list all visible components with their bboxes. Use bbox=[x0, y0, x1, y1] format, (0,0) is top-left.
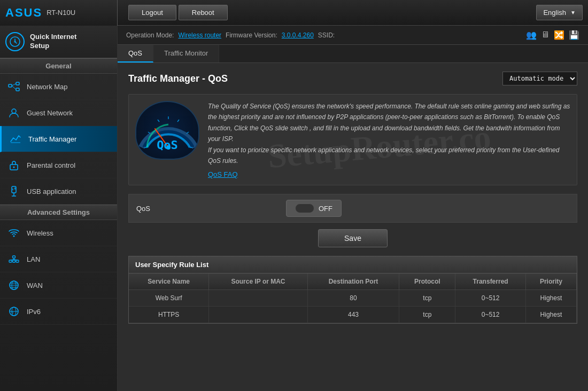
ssid-label: SSID: bbox=[318, 32, 335, 39]
svg-line-5 bbox=[12, 84, 16, 86]
sidebar-item-quick-internet[interactable]: Quick InternetSetup bbox=[0, 26, 117, 58]
svg-point-17 bbox=[13, 236, 15, 237]
sidebar-item-network-map[interactable]: Network Map bbox=[0, 74, 117, 100]
sidebar-label-usb-application: USB application bbox=[27, 187, 76, 196]
sidebar-item-guest-network[interactable]: Guest Network bbox=[0, 100, 117, 126]
table-header-row: Service Name Source IP or MAC Destinatio… bbox=[129, 273, 577, 290]
save-button[interactable]: Save bbox=[318, 229, 388, 247]
svg-line-35 bbox=[148, 132, 150, 134]
reboot-button[interactable]: Reboot bbox=[179, 5, 228, 20]
general-section-header: General bbox=[0, 58, 117, 74]
svg-point-7 bbox=[12, 109, 16, 113]
tab-traffic-monitor[interactable]: Traffic Monitor bbox=[153, 45, 219, 62]
parental-control-icon bbox=[6, 158, 21, 173]
table-cell-source bbox=[209, 307, 307, 323]
operation-mode-value[interactable]: Wireless router bbox=[178, 32, 221, 39]
sidebar-label-network-map: Network Map bbox=[27, 83, 68, 91]
sidebar-label-lan: LAN bbox=[27, 255, 40, 263]
svg-rect-4 bbox=[16, 88, 19, 91]
svg-rect-18 bbox=[9, 260, 12, 262]
tab-qos[interactable]: QoS bbox=[118, 45, 153, 62]
table-cell-dest_port: 80 bbox=[307, 290, 399, 307]
mode-selector[interactable]: Automatic mode Manual mode bbox=[502, 72, 577, 85]
col-protocol: Protocol bbox=[399, 273, 455, 290]
logo-brand: ASUS bbox=[5, 6, 42, 20]
topbar: ASUS RT-N10U Logout Reboot English ▼ bbox=[0, 0, 588, 26]
qos-faq-link[interactable]: QoS FAQ bbox=[208, 170, 570, 178]
svg-rect-2 bbox=[9, 84, 12, 87]
wireless-icon bbox=[6, 225, 21, 240]
monitor-icon: 🖥 bbox=[541, 30, 550, 40]
sidebar-item-traffic-manager[interactable]: Traffic Manager bbox=[0, 126, 117, 152]
infobar-icons: 👥 🖥 🔀 💾 bbox=[526, 30, 579, 40]
col-transferred: Transferred bbox=[455, 273, 525, 290]
language-selector[interactable]: English ▼ bbox=[536, 5, 583, 20]
logo-area: ASUS RT-N10U bbox=[0, 0, 118, 26]
sidebar: Quick InternetSetup General Network Map bbox=[0, 26, 118, 391]
lan-icon bbox=[6, 252, 21, 267]
guest-network-icon bbox=[6, 105, 21, 120]
advanced-section-header: Advanced Settings bbox=[0, 205, 117, 220]
topbar-buttons: Logout Reboot bbox=[128, 5, 228, 20]
sidebar-item-lan[interactable]: LAN bbox=[0, 246, 117, 272]
page-content: SetupRouter.co Traffic Manager - QoS Aut… bbox=[118, 63, 588, 391]
table-cell-protocol: tcp bbox=[399, 290, 455, 307]
users-icon: 👥 bbox=[526, 30, 537, 40]
sidebar-label-parental-control: Parental control bbox=[27, 161, 75, 169]
svg-line-38 bbox=[177, 120, 179, 122]
table-cell-protocol: tcp bbox=[399, 307, 455, 323]
rule-list-header: User Specify Rule List bbox=[129, 256, 577, 273]
description-text: The Quality of Service (QoS) ensures the… bbox=[208, 101, 570, 178]
save-row: Save bbox=[128, 229, 577, 247]
table-cell-service: Web Surf bbox=[129, 290, 209, 307]
description-paragraph: The Quality of Service (QoS) ensures the… bbox=[208, 101, 570, 166]
sidebar-item-ipv6[interactable]: 6 IPv6 bbox=[0, 299, 117, 325]
col-priority: Priority bbox=[525, 273, 576, 290]
page-title: Traffic Manager - QoS bbox=[128, 73, 228, 84]
col-source-ip: Source IP or MAC bbox=[209, 273, 307, 290]
tabs: QoS Traffic Monitor bbox=[118, 45, 588, 63]
svg-rect-19 bbox=[13, 260, 16, 262]
rule-table: Service Name Source IP or MAC Destinatio… bbox=[129, 273, 577, 323]
table-cell-priority: Highest bbox=[525, 290, 576, 307]
col-dest-port: Destination Port bbox=[307, 273, 399, 290]
svg-text:6: 6 bbox=[12, 311, 14, 314]
svg-point-1 bbox=[14, 41, 16, 43]
qos-logo: QoS bbox=[135, 101, 199, 160]
share-icon: 🔀 bbox=[554, 30, 564, 40]
rule-table-body: Web Surf80tcp0~512HighestHTTPS443tcp0~51… bbox=[129, 290, 577, 323]
sidebar-label-guest-network: Guest Network bbox=[27, 109, 73, 117]
sidebar-item-usb-application[interactable]: USB application bbox=[0, 178, 117, 205]
svg-rect-21 bbox=[13, 256, 16, 258]
qos-toggle-button[interactable]: OFF bbox=[286, 200, 342, 217]
logout-button[interactable]: Logout bbox=[128, 5, 176, 20]
table-cell-dest_port: 443 bbox=[307, 307, 399, 323]
svg-rect-20 bbox=[16, 260, 19, 262]
description-box: QoS The Quality of Service (QoS) ensures… bbox=[128, 94, 577, 185]
sidebar-label-wan: WAN bbox=[27, 281, 43, 290]
page-header: Traffic Manager - QoS Automatic mode Man… bbox=[128, 72, 577, 85]
sidebar-item-wan[interactable]: WAN bbox=[0, 272, 117, 299]
firmware-value[interactable]: 3.0.0.4.260 bbox=[282, 32, 314, 39]
main-layout: Quick InternetSetup General Network Map bbox=[0, 26, 588, 391]
save-icon: 💾 bbox=[569, 30, 579, 40]
sidebar-item-wireless[interactable]: Wireless bbox=[0, 220, 117, 246]
operation-mode-label: Operation Mode: bbox=[126, 32, 174, 39]
chevron-down-icon: ▼ bbox=[570, 10, 576, 15]
svg-line-6 bbox=[12, 86, 16, 90]
sidebar-label-traffic-manager: Traffic Manager bbox=[28, 135, 76, 143]
table-cell-source bbox=[209, 290, 307, 307]
svg-point-10 bbox=[13, 167, 15, 168]
traffic-manager-icon bbox=[8, 131, 23, 146]
table-row: Web Surf80tcp0~512Highest bbox=[129, 290, 577, 307]
toggle-slider bbox=[295, 204, 314, 213]
sidebar-label-wireless: Wireless bbox=[27, 229, 53, 237]
table-cell-transferred: 0~512 bbox=[455, 307, 525, 323]
sidebar-label-ipv6: IPv6 bbox=[27, 308, 41, 316]
qos-field-label: QoS bbox=[136, 205, 286, 213]
infobar: Operation Mode: Wireless router Firmware… bbox=[118, 26, 588, 45]
table-row: HTTPS443tcp0~512Highest bbox=[129, 307, 577, 323]
wan-icon bbox=[6, 278, 21, 293]
sidebar-item-parental-control[interactable]: Parental control bbox=[0, 152, 117, 178]
logo-model: RT-N10U bbox=[47, 9, 75, 17]
